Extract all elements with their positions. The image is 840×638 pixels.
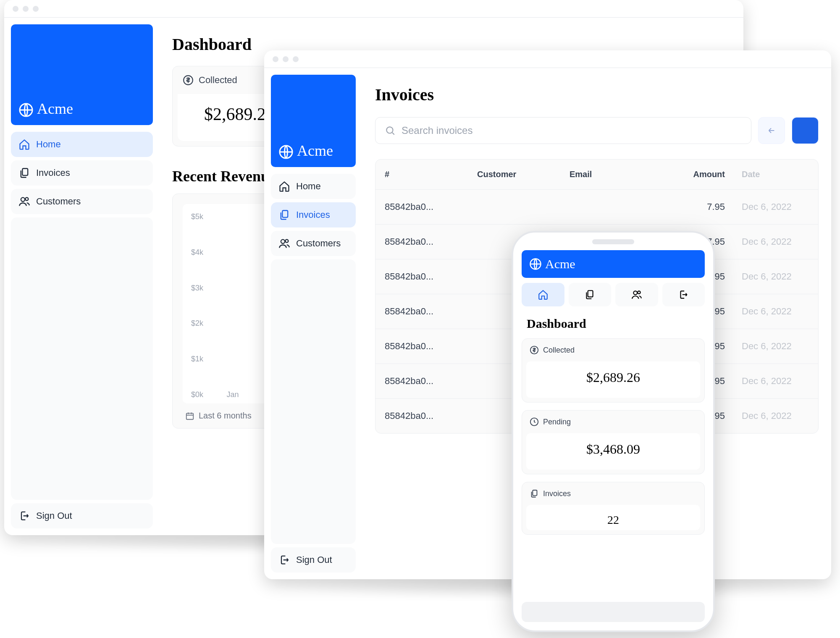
sidebar-item-label: Customers — [36, 196, 81, 207]
stat-value: 22 — [526, 505, 700, 530]
cell-id: 85842ba0... — [385, 271, 477, 282]
svg-point-3 — [25, 198, 28, 201]
cell-id: 85842ba0... — [385, 306, 477, 317]
page-title: Invoices — [375, 85, 819, 105]
users-icon — [18, 196, 30, 207]
stat-value: $3,468.09 — [526, 433, 700, 470]
svg-rect-12 — [588, 290, 593, 297]
cell-id: 85842ba0... — [385, 341, 477, 352]
pager-page-button[interactable] — [792, 117, 819, 144]
currency-icon — [530, 345, 539, 355]
chart-bar: Jan — [218, 386, 248, 399]
traffic-light-dot — [293, 56, 299, 62]
svg-rect-7 — [282, 211, 288, 217]
titlebar — [264, 50, 831, 68]
sidebar-item-customers[interactable]: Customers — [271, 231, 356, 256]
home-icon — [278, 180, 290, 192]
globe-icon — [278, 144, 294, 160]
svg-rect-17 — [533, 490, 537, 496]
sidebar-spacer — [271, 259, 356, 544]
globe-icon — [18, 102, 34, 118]
cell-id: 85842ba0... — [385, 376, 477, 387]
sidebar-item-label: Home — [296, 181, 321, 192]
search-input[interactable] — [402, 125, 742, 136]
cell-date: Dec 6, 2022 — [725, 271, 809, 282]
svg-point-14 — [638, 291, 640, 294]
sidebar-item-signout[interactable]: Sign Out — [11, 503, 153, 528]
document-duplicate-icon — [278, 209, 290, 221]
cell-date: Dec 6, 2022 — [725, 306, 809, 317]
home-indicator — [522, 602, 705, 622]
svg-rect-5 — [186, 413, 194, 419]
signout-icon — [18, 510, 30, 522]
sidebar-item-invoices[interactable]: Invoices — [11, 160, 153, 186]
document-duplicate-icon — [530, 489, 539, 498]
document-duplicate-icon — [584, 289, 595, 300]
brand-name: Acme — [545, 257, 575, 271]
phone-notch — [592, 239, 634, 244]
col-amount: Amount — [662, 170, 725, 179]
mobile-nav-home[interactable] — [522, 283, 564, 306]
stat-value: $2,689.26 — [526, 361, 700, 398]
stat-card-pending: Pending $3,468.09 — [522, 410, 705, 474]
cell-amount: 7.95 — [662, 201, 725, 212]
sidebar-item-customers[interactable]: Customers — [11, 189, 153, 214]
sidebar-item-invoices[interactable]: Invoices — [271, 202, 356, 227]
users-icon — [631, 289, 642, 300]
sidebar-item-home[interactable]: Home — [11, 132, 153, 157]
sidebar-item-label: Home — [36, 139, 61, 150]
pager-prev-button[interactable] — [758, 117, 785, 144]
currency-icon — [183, 75, 194, 86]
chart-footer-label: Last 6 months — [199, 411, 252, 421]
stat-label: Collected — [543, 346, 575, 355]
cell-date: Dec 6, 2022 — [725, 236, 809, 247]
cell-id: 85842ba0... — [385, 411, 477, 421]
brand-logo[interactable]: Acme — [11, 24, 153, 125]
cell-date: Dec 6, 2022 — [725, 376, 809, 387]
sidebar-item-label: Sign Out — [296, 554, 332, 565]
page-title: Dashboard — [527, 316, 700, 331]
svg-point-9 — [285, 240, 288, 243]
traffic-light-dot — [33, 6, 39, 12]
sidebar-item-label: Customers — [296, 238, 341, 249]
mobile-nav-customers[interactable] — [615, 283, 658, 306]
sidebar-spacer — [11, 217, 153, 500]
calendar-icon — [185, 411, 194, 421]
cell-date: Dec 6, 2022 — [725, 341, 809, 352]
arrow-left-icon — [767, 126, 776, 135]
sidebar: Acme Home Invoices Customers Si — [4, 18, 160, 535]
svg-rect-1 — [22, 169, 28, 175]
table-header: # Customer Email Amount Date — [375, 160, 818, 189]
clock-icon — [530, 417, 539, 426]
traffic-light-dot — [283, 56, 289, 62]
col-date: Date — [725, 170, 809, 179]
sidebar-item-signout[interactable]: Sign Out — [271, 547, 356, 573]
svg-point-13 — [633, 291, 637, 295]
brand-name: Acme — [37, 100, 73, 118]
sidebar-item-home[interactable]: Home — [271, 174, 356, 199]
stat-label: Collected — [199, 75, 237, 86]
table-row[interactable]: 85842ba0...7.95Dec 6, 2022 — [375, 189, 818, 224]
mobile-nav — [522, 283, 705, 306]
cell-date: Dec 6, 2022 — [725, 411, 809, 421]
brand-logo[interactable]: Acme — [522, 250, 705, 278]
stat-card-invoices: Invoices 22 — [522, 482, 705, 535]
signout-icon — [678, 289, 689, 300]
cell-id: 85842ba0... — [385, 236, 477, 247]
stat-card-collected: Collected $2,689.26 — [522, 338, 705, 403]
titlebar — [4, 0, 743, 18]
mobile-nav-invoices[interactable] — [569, 283, 612, 306]
mobile-nav-signout[interactable] — [662, 283, 705, 306]
col-id: # — [385, 170, 477, 179]
brand-name: Acme — [297, 142, 333, 160]
traffic-light-dot — [13, 6, 18, 12]
search-icon — [385, 125, 396, 136]
brand-logo[interactable]: Acme — [271, 75, 356, 167]
col-email: Email — [570, 170, 662, 179]
svg-point-8 — [281, 240, 285, 243]
stat-label: Pending — [543, 418, 571, 426]
cell-date: Dec 6, 2022 — [725, 201, 809, 212]
chart-y-axis: $5k $4k $3k $2k $1k $0k — [191, 212, 210, 399]
globe-icon — [529, 258, 542, 270]
search-invoices[interactable] — [375, 117, 751, 144]
